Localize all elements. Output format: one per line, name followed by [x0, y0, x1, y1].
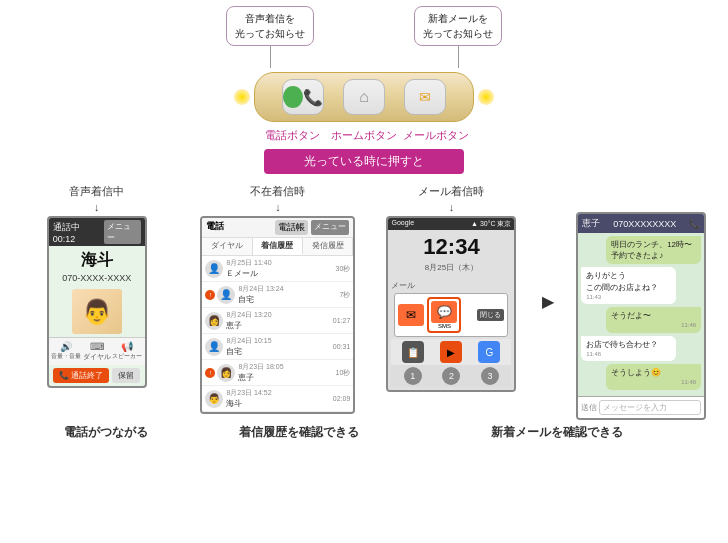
pink-banner: 光っている時に押すと [264, 149, 464, 174]
scenario-mail: メール着信時 ↓ Google ▲ 30°C 東京 12:34 8月25日（木）… [379, 184, 524, 420]
avatar: 👩 [205, 312, 223, 330]
phone-icon: 📞 [689, 219, 700, 229]
caller-name: 海斗 [49, 246, 145, 273]
tab-outgoing[interactable]: 発信履歴 [303, 238, 353, 255]
arrow-right-icon: ▶ [542, 292, 554, 311]
speaker-btn[interactable]: 📢 スピーカー [112, 341, 142, 362]
app-google[interactable]: G [478, 341, 500, 363]
phone-call-screen: 通話中 00:12 メニュー 海斗 070-XXXX-XXXX 👨 🔊 音量・音… [47, 216, 147, 388]
home-icon: ⌂ [359, 88, 369, 106]
scenarios-row: 音声着信中 ↓ 通話中 00:12 メニュー 海斗 070-XXXX-XXXX … [0, 184, 728, 420]
nav-3[interactable]: 3 [481, 367, 499, 385]
nav-1[interactable]: 1 [404, 367, 422, 385]
log-tabs: ダイヤル 着信履歴 発信履歴 [202, 238, 353, 256]
nav-2[interactable]: 2 [442, 367, 460, 385]
avatar: 👨 [205, 390, 223, 408]
log-row[interactable]: 👤 8月24日 10:15 自宅 00:31 [202, 334, 353, 360]
avatar: 👤 [205, 338, 223, 356]
caller-number: 070-XXXX-XXXX [49, 273, 145, 286]
scenario1-arrow: ↓ [94, 201, 100, 214]
app-icons-row: 📋 ▶ G [391, 339, 511, 365]
send-icon: 送信 [581, 402, 597, 413]
hold-btn[interactable]: 保留 [112, 368, 140, 383]
log-header: 電話 電話帳 メニュー [202, 218, 353, 238]
chat-screen: 恵子 070XXXXXXXX 📞 明日のランチ、12時〜 予約できたよ♪ ありが… [576, 212, 706, 420]
bottom-labels-row: 電話がつながる 着信履歴を確認できる 新着メールを確認できる [0, 420, 728, 441]
scenario-chat: 恵子 070XXXXXXXX 📞 明日のランチ、12時〜 予約できたよ♪ ありが… [571, 184, 711, 420]
clock-display: 12:34 [388, 230, 514, 262]
phone-button[interactable]: 📞 [282, 79, 324, 115]
chat-msg-2: ありがとう この間のお店よね？ 11:43 [581, 267, 676, 304]
bottom-label-1: 電話がつながる [26, 424, 186, 441]
avatar: 👤 [205, 260, 223, 278]
log-row[interactable]: 👤 8月25日 11:40 Ｅメール 30秒 [202, 256, 353, 282]
call-function-btns: 🔊 音量・音量 ⌨ ダイヤル 📢 スピーカー [49, 337, 145, 365]
chat-msg-5: そうしよう😊 11:46 [606, 364, 701, 390]
bottom-label-3: 新着メールを確認できる [412, 424, 702, 441]
home-button[interactable]: ⌂ [343, 79, 385, 115]
chat-msg-4: お店で待ち合わせ？ 11:46 [581, 336, 676, 362]
mail-icon: ✉ [419, 89, 431, 105]
message-input[interactable]: メッセージを入力 [599, 400, 701, 415]
dial-btn[interactable]: ⌨ ダイヤル [83, 341, 111, 362]
log-row[interactable]: ! 👩 8月23日 18:05 恵子 10秒 [202, 360, 353, 386]
tab-dial[interactable]: ダイヤル [202, 238, 252, 255]
scenario-log: 不在着信時 ↓ 電話 電話帳 メニュー ダイヤル 着信履歴 発信履歴 👤 8月2… [190, 184, 365, 420]
phone-btn-label: 電話ボタン [256, 128, 328, 143]
scenario-call: 音声着信中 ↓ 通話中 00:12 メニュー 海斗 070-XXXX-XXXX … [17, 184, 177, 420]
mail-label: メール [391, 280, 511, 291]
mail-popup: ✉ 💬 SMS 閉じる [394, 293, 508, 337]
callout-right: 新着メールを 光ってお知らせ [414, 6, 502, 46]
tab-log[interactable]: 着信履歴 [253, 238, 303, 255]
avatar: 👤 [217, 286, 235, 304]
glow-left-icon [234, 89, 250, 105]
mail-notification-screen: Google ▲ 30°C 東京 12:34 8月25日（木） メール ✉ 💬 … [386, 216, 516, 392]
avatar: 👩 [217, 364, 235, 382]
chat-msg-1: 明日のランチ、12時〜 予約できたよ♪ [606, 236, 701, 264]
phone-icon: 📞 [303, 88, 323, 107]
scenario1-title: 音声着信中 [69, 184, 124, 199]
callout-left: 音声着信を 光ってお知らせ [226, 6, 314, 46]
chat-msg-3: そうだよ〜 11:46 [606, 307, 701, 333]
caller-photo: 👨 [72, 289, 122, 334]
home-btn-label: ホームボタン [328, 128, 400, 143]
mail-button[interactable]: ✉ [404, 79, 446, 115]
sms-icon[interactable]: 💬 SMS [427, 297, 461, 333]
scenario3-arrow: ↓ [449, 201, 455, 214]
volume-btn[interactable]: 🔊 音量・音量 [51, 341, 81, 362]
scenario2-arrow: ↓ [275, 201, 281, 214]
chat-input-area: 送信 メッセージを入力 [578, 396, 704, 418]
log-row[interactable]: ! 👤 8月24日 13:24 自宅 7秒 [202, 282, 353, 308]
app-play[interactable]: ▶ [440, 341, 462, 363]
missed-icon: ! [205, 368, 215, 378]
hardware-bar: 📞 ⌂ ✉ [254, 72, 474, 122]
call-log-screen: 電話 電話帳 メニュー ダイヤル 着信履歴 発信履歴 👤 8月25日 11:40… [200, 216, 355, 414]
glow-right-icon [478, 89, 494, 105]
log-tel-btn[interactable]: 電話帳 [275, 220, 308, 235]
chat-messages: 明日のランチ、12時〜 予約できたよ♪ ありがとう この間のお店よね？ 11:4… [578, 233, 704, 396]
call-header: 通話中 00:12 メニュー [49, 218, 145, 246]
app-itop[interactable]: 📋 [402, 341, 424, 363]
nav-row: 1 2 3 [391, 365, 511, 387]
log-row[interactable]: 👨 8月23日 14:52 海斗 02:09 [202, 386, 353, 412]
end-call-btn[interactable]: 📞 通話終了 [53, 368, 109, 383]
scenario2-title: 不在着信時 [250, 184, 305, 199]
mail-btn-label: メールボタン [400, 128, 472, 143]
scenario3-title: メール着信時 [418, 184, 484, 199]
hardware-bar-row: 📞 ⌂ ✉ [230, 72, 498, 122]
missed-icon: ! [205, 290, 215, 300]
date-display: 8月25日（木） [388, 262, 514, 277]
log-menu-btn[interactable]: メニュー [311, 220, 349, 235]
button-labels: 電話ボタン ホームボタン メールボタン [256, 128, 472, 143]
chat-header: 恵子 070XXXXXXXX 📞 [578, 214, 704, 233]
close-mail-btn[interactable]: 閉じる [477, 309, 504, 321]
call-action-btns: 📞 通話終了 保留 [49, 365, 145, 386]
log-row[interactable]: 👩 8月24日 13:20 恵子 01:27 [202, 308, 353, 334]
bottom-label-2: 着信履歴を確認できる [219, 424, 379, 441]
status-bar: Google ▲ 30°C 東京 [388, 218, 514, 230]
email-icon[interactable]: ✉ [398, 304, 424, 326]
call-menu-btn[interactable]: メニュー [104, 220, 141, 244]
